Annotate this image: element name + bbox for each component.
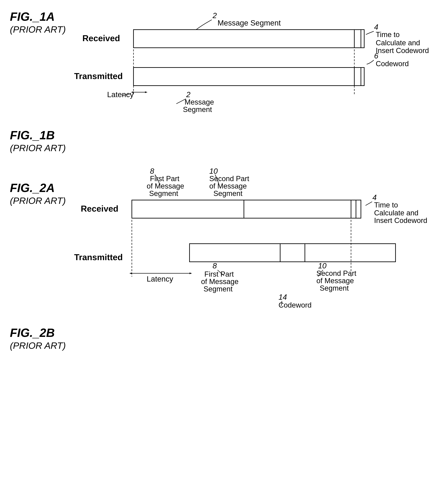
svg-text:Codeword: Codeword <box>279 301 312 309</box>
svg-text:Received: Received <box>82 33 120 43</box>
svg-text:Transmitted: Transmitted <box>74 252 123 262</box>
svg-text:Segment: Segment <box>320 284 349 292</box>
fig1a-subtitle: (PRIOR ART) <box>10 24 66 35</box>
fig1b-subtitle: (PRIOR ART) <box>10 143 66 153</box>
svg-text:4: 4 <box>372 193 377 202</box>
svg-text:Segment: Segment <box>183 105 212 113</box>
svg-marker-47 <box>129 272 132 274</box>
svg-text:8: 8 <box>150 167 154 175</box>
fig1a-title-block: FIG._1A (PRIOR ART) <box>10 10 66 35</box>
fig2a-subtitle: (PRIOR ART) <box>10 195 66 206</box>
fig1b-title: FIG._1B <box>10 128 66 142</box>
fig2a-title-block: FIG._2A (PRIOR ART) <box>10 181 66 206</box>
svg-marker-48 <box>189 272 192 274</box>
svg-rect-14 <box>354 68 364 86</box>
svg-text:Message: Message <box>185 98 214 106</box>
svg-text:Time to: Time to <box>374 201 398 209</box>
svg-text:Segment: Segment <box>204 285 233 293</box>
svg-text:Codeword: Codeword <box>376 59 409 68</box>
svg-text:14: 14 <box>279 293 287 301</box>
svg-text:6: 6 <box>374 52 378 60</box>
svg-text:Calculate and: Calculate and <box>376 39 420 47</box>
fig1a-title: FIG._1A <box>10 10 66 23</box>
fig2a-diagram: 8 First Part of Message Segment 10 Secon… <box>74 165 437 313</box>
svg-rect-13 <box>133 68 361 86</box>
svg-text:Insert Codeword: Insert Codeword <box>374 216 427 224</box>
svg-text:of Message: of Message <box>147 182 184 190</box>
svg-text:Segment: Segment <box>213 189 242 197</box>
svg-text:Time to: Time to <box>376 30 400 39</box>
svg-rect-3 <box>354 30 364 48</box>
svg-text:Received: Received <box>81 204 118 213</box>
svg-text:of Message: of Message <box>316 277 354 285</box>
svg-text:Insert Codeword: Insert Codeword <box>376 46 429 55</box>
fig2b-title: FIG._2B <box>10 326 66 340</box>
svg-rect-45 <box>280 244 395 262</box>
svg-text:2: 2 <box>186 90 190 99</box>
svg-text:Second Part: Second Part <box>209 175 249 183</box>
fig2b-subtitle: (PRIOR ART) <box>10 340 66 351</box>
svg-text:First Part: First Part <box>150 175 179 183</box>
svg-text:Calculate and: Calculate and <box>374 209 418 217</box>
fig2a-title: FIG._2A <box>10 181 66 195</box>
svg-text:Message Segment: Message Segment <box>218 19 281 27</box>
svg-rect-32 <box>132 200 244 218</box>
fig1a-diagram: 2 Message Segment Received 4 Time to Cal… <box>74 8 437 120</box>
svg-text:2: 2 <box>212 11 217 20</box>
svg-marker-18 <box>145 91 147 93</box>
svg-text:Segment: Segment <box>149 189 178 197</box>
fig1b-title-block: FIG._1B (PRIOR ART) <box>10 128 66 153</box>
svg-text:of Message: of Message <box>201 277 238 285</box>
svg-rect-43 <box>189 244 305 262</box>
svg-text:8: 8 <box>213 262 217 270</box>
svg-text:10: 10 <box>209 167 218 175</box>
svg-text:Latency: Latency <box>147 275 173 283</box>
svg-text:Latency: Latency <box>107 90 134 99</box>
fig2b-title-block: FIG._2B (PRIOR ART) <box>10 326 66 351</box>
svg-text:Transmitted: Transmitted <box>74 71 123 81</box>
svg-rect-2 <box>133 30 361 48</box>
svg-rect-33 <box>244 200 356 218</box>
svg-text:10: 10 <box>318 262 327 270</box>
svg-text:4: 4 <box>374 23 378 31</box>
svg-text:of Message: of Message <box>209 182 247 190</box>
